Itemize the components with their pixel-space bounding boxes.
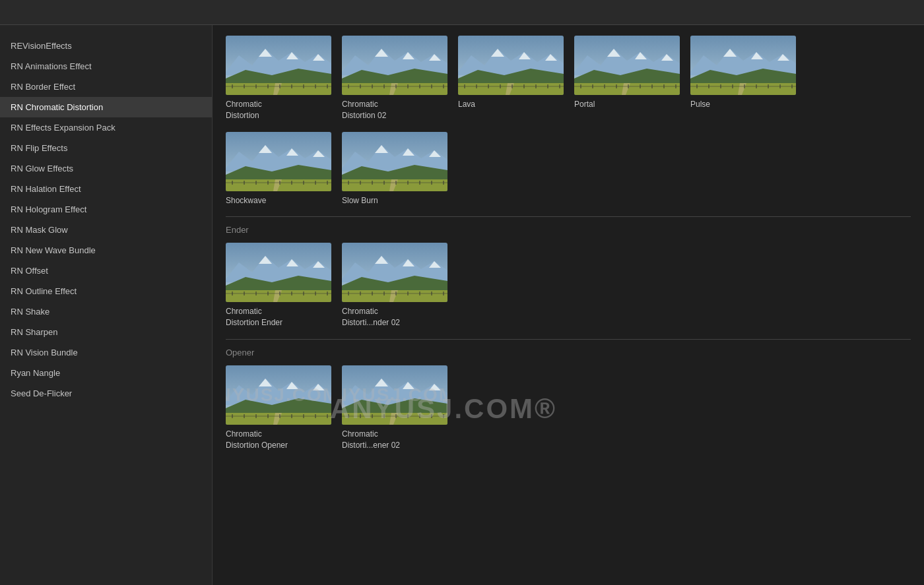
effect-label-shockwave: Shockwave	[226, 195, 331, 206]
effect-thumbnail-lava	[458, 36, 564, 95]
effects-grid-opener: ANYUSJ.COM®Chromatic Distortion OpenerAN…	[226, 365, 911, 451]
app-header	[0, 0, 924, 25]
sidebar: REVisionEffectsRN Animations EffectRN Bo…	[0, 25, 213, 585]
effect-item-pulse[interactable]: Pulse	[690, 36, 796, 121]
effect-item-chromatic-distortion-ender-02[interactable]: Chromatic Distorti...nder 02	[342, 243, 447, 328]
effect-item-chromatic-distortion-02[interactable]: Chromatic Distortion 02	[342, 36, 447, 121]
effect-thumbnail-portal	[574, 36, 680, 95]
effect-item-chromatic-distortion[interactable]: Chromatic Distortion	[226, 36, 331, 121]
sidebar-item-rn-border[interactable]: RN Border Effect	[0, 77, 212, 97]
sidebar-item-rn-mask-glow[interactable]: RN Mask Glow	[0, 220, 212, 240]
effect-label-portal: Portal	[574, 99, 680, 110]
effect-item-slow-burn[interactable]: Slow Burn	[342, 132, 447, 206]
effect-item-lava[interactable]: Lava	[458, 36, 564, 121]
effect-thumbnail-chromatic-distortion-ender-02	[342, 243, 447, 302]
effect-label-chromatic-distortion-opener-02: Chromatic Distorti...ener 02	[342, 429, 447, 451]
sidebar-item-rn-animations[interactable]: RN Animations Effect	[0, 56, 212, 77]
sidebar-item-seed-deflicker[interactable]: Seed De-Flicker	[0, 383, 212, 404]
sidebar-item-rn-hologram[interactable]: RN Hologram Effect	[0, 199, 212, 220]
sidebar-item-rn-sharpen[interactable]: RN Sharpen	[0, 322, 212, 342]
section-label-opener: Opener	[226, 348, 911, 357]
effect-thumbnail-chromatic-distortion-ender	[226, 243, 331, 302]
effects-grid-ender: Chromatic Distortion EnderChromatic Dist…	[226, 243, 911, 328]
effect-item-chromatic-distortion-opener-02[interactable]: ANYUSJ.COM®Chromatic Distorti...ener 02	[342, 365, 447, 451]
effect-label-slow-burn: Slow Burn	[342, 195, 447, 206]
sidebar-item-rn-flip[interactable]: RN Flip Effects	[0, 138, 212, 158]
sidebar-item-rn-shake[interactable]: RN Shake	[0, 301, 212, 322]
section-label-ender: Ender	[226, 225, 911, 235]
effect-thumbnail-chromatic-distortion-opener-02: ANYUSJ.COM®	[342, 365, 447, 425]
effect-label-chromatic-distortion-02: Chromatic Distortion 02	[342, 99, 447, 121]
effect-thumbnail-chromatic-distortion-02	[342, 36, 447, 95]
sidebar-item-rn-effects-pack[interactable]: RN Effects Expansion Pack	[0, 117, 212, 138]
sidebar-item-rn-offset[interactable]: RN Offset	[0, 261, 212, 281]
sidebar-item-rn-vision[interactable]: RN Vision Bundle	[0, 342, 212, 363]
effect-thumbnail-pulse	[690, 36, 796, 95]
effect-label-chromatic-distortion-ender-02: Chromatic Distorti...nder 02	[342, 306, 447, 328]
effect-item-chromatic-distortion-opener[interactable]: ANYUSJ.COM®Chromatic Distortion Opener	[226, 365, 331, 451]
effect-item-portal[interactable]: Portal	[574, 36, 680, 121]
sidebar-section-video	[0, 25, 212, 36]
sidebar-item-rn-new-wave[interactable]: RN New Wave Bundle	[0, 240, 212, 261]
effect-item-shockwave[interactable]: Shockwave	[226, 132, 331, 206]
sidebar-item-revisionfx[interactable]: REVisionEffects	[0, 36, 212, 56]
effect-label-pulse: Pulse	[690, 99, 796, 110]
effect-thumbnail-chromatic-distortion-opener: ANYUSJ.COM®	[226, 365, 331, 425]
sidebar-item-rn-chromatic[interactable]: RN Chromatic Distortion	[0, 97, 212, 117]
effect-label-chromatic-distortion-ender: Chromatic Distortion Ender	[226, 306, 331, 328]
effect-thumbnail-slow-burn	[342, 132, 447, 191]
effect-label-chromatic-distortion-opener: Chromatic Distortion Opener	[226, 429, 331, 451]
section-divider-ender	[226, 216, 911, 217]
effect-item-chromatic-distortion-ender[interactable]: Chromatic Distortion Ender	[226, 243, 331, 328]
sidebar-item-ryan-nangle[interactable]: Ryan Nangle	[0, 363, 212, 383]
effect-thumbnail-chromatic-distortion	[226, 36, 331, 95]
sidebar-item-rn-outline[interactable]: RN Outline Effect	[0, 281, 212, 301]
effect-label-lava: Lava	[458, 99, 564, 110]
effect-label-chromatic-distortion: Chromatic Distortion	[226, 99, 331, 121]
sidebar-item-rn-halation[interactable]: RN Halation Effect	[0, 179, 212, 199]
main-layout: REVisionEffectsRN Animations EffectRN Bo…	[0, 25, 924, 585]
effects-grid-main: Chromatic DistortionChromatic Distortion…	[226, 36, 911, 206]
content-area: Chromatic DistortionChromatic Distortion…	[213, 25, 924, 585]
effect-thumbnail-shockwave	[226, 132, 331, 191]
section-divider-opener	[226, 339, 911, 340]
sidebar-item-rn-glow[interactable]: RN Glow Effects	[0, 158, 212, 179]
